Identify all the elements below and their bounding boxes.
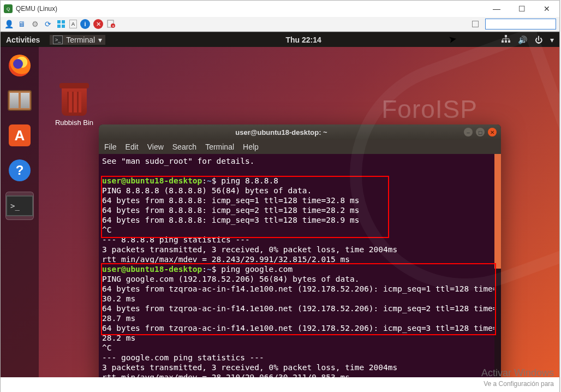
- volume-icon[interactable]: 🔊: [518, 35, 527, 44]
- svg-text:Q: Q: [7, 7, 10, 11]
- terminal-title: user@ubuntu18-desktop: ~: [99, 128, 464, 136]
- app-menu-label: Terminal: [66, 35, 95, 44]
- terminal-window: user@ubuntu18-desktop: ~ – ◻ ✕ File Edit…: [99, 124, 501, 377]
- foroisp-watermark: ForoISP: [381, 94, 478, 124]
- minimize-button[interactable]: —: [484, 1, 509, 17]
- svg-rect-12: [508, 40, 510, 43]
- firefox-icon: [9, 55, 31, 76]
- windows-activation-watermark: Activar Windows Ve a Configuración para: [481, 367, 554, 389]
- terminal-menubar: File Edit View Search Terminal Help: [99, 140, 501, 154]
- terminal-output: See "man sudo_root" for details. user@ub…: [102, 156, 498, 377]
- svg-rect-9: [505, 35, 507, 37]
- refresh-icon[interactable]: ⟳: [43, 19, 53, 29]
- dock-firefox[interactable]: [6, 52, 33, 79]
- qemu-app-icon: Q: [4, 4, 13, 13]
- info-icon[interactable]: i: [80, 19, 90, 29]
- menu-view[interactable]: View: [147, 142, 164, 151]
- files-icon: [8, 90, 32, 111]
- terminal-icon: >_: [6, 195, 33, 216]
- terminal-maximize-button[interactable]: ◻: [476, 128, 485, 136]
- help-icon: ?: [9, 159, 31, 181]
- svg-rect-4: [57, 25, 61, 28]
- qemu-outer-window: Q QEMU (Linux) — ☐ ✕ 👤 🖥 ⚙ ⟳ A i ✕ ✕ For…: [0, 0, 560, 392]
- menu-terminal[interactable]: Terminal: [205, 142, 234, 151]
- stop-icon[interactable]: ✕: [93, 19, 103, 29]
- menu-help[interactable]: Help: [243, 142, 259, 151]
- svg-rect-5: [62, 25, 65, 28]
- power-icon[interactable]: ⏻: [535, 35, 542, 44]
- terminal-close-button[interactable]: ✕: [488, 128, 497, 136]
- chevron-down-icon: ▾: [98, 35, 102, 44]
- close-button[interactable]: ✕: [534, 1, 559, 17]
- svg-text:✕: ✕: [112, 25, 115, 28]
- dock-help[interactable]: ?: [6, 157, 33, 184]
- svg-rect-10: [502, 40, 504, 43]
- maximize-button[interactable]: ☐: [509, 1, 534, 17]
- dock-terminal[interactable]: >_: [5, 192, 34, 220]
- ubuntu-vm-screen: ForoISP Activities >_ Terminal ▾ Thu 22:…: [1, 32, 559, 377]
- svg-rect-2: [57, 20, 61, 23]
- terminal-body[interactable]: See "man sudo_root" for details. user@ub…: [99, 154, 501, 377]
- gnome-top-panel: Activities >_ Terminal ▾ Thu 22:14 🔊 ⏻ ▾: [1, 32, 559, 47]
- app-menu-terminal[interactable]: >_ Terminal ▾: [50, 35, 105, 45]
- menu-search[interactable]: Search: [172, 142, 196, 151]
- chevron-down-icon[interactable]: ▾: [550, 35, 554, 44]
- qemu-input-box[interactable]: [485, 19, 556, 29]
- desktop-trash[interactable]: Rubbish Bin: [52, 86, 96, 127]
- software-center-icon: A: [9, 124, 31, 146]
- trash-icon: [62, 86, 87, 116]
- status-square-icon: [472, 21, 479, 27]
- user-icon[interactable]: 👤: [4, 19, 14, 29]
- qemu-toolbar: 👤 🖥 ⚙ ⟳ A i ✕ ✕: [1, 17, 559, 32]
- svg-rect-3: [62, 20, 65, 23]
- copy-error-icon[interactable]: ✕: [106, 19, 116, 29]
- network-icon[interactable]: [502, 35, 510, 44]
- svg-rect-11: [505, 40, 507, 43]
- menu-edit[interactable]: Edit: [126, 142, 139, 151]
- terminal-titlebar[interactable]: user@ubuntu18-desktop: ~ – ◻ ✕: [99, 124, 501, 140]
- activities-button[interactable]: Activities: [6, 35, 40, 44]
- window-title: QEMU (Linux): [16, 5, 484, 13]
- windows-icon[interactable]: [56, 19, 66, 29]
- windows-titlebar[interactable]: Q QEMU (Linux) — ☐ ✕: [1, 1, 559, 17]
- scrollbar-track[interactable]: [494, 154, 501, 377]
- terminal-icon: >_: [53, 35, 63, 44]
- ubuntu-dock: A ? >_: [1, 46, 39, 377]
- monitor-icon[interactable]: 🖥: [17, 19, 27, 29]
- status-area[interactable]: 🔊 ⏻ ▾: [502, 35, 554, 44]
- gear-icon[interactable]: ⚙: [30, 19, 40, 29]
- clock[interactable]: Thu 22:14: [105, 35, 502, 44]
- menu-file[interactable]: File: [104, 142, 117, 151]
- dock-software[interactable]: A: [6, 122, 33, 149]
- document-icon[interactable]: A: [69, 20, 77, 28]
- scrollbar-thumb[interactable]: [494, 154, 501, 269]
- dock-files[interactable]: [6, 87, 33, 114]
- terminal-minimize-button[interactable]: –: [464, 128, 473, 136]
- trash-label: Rubbish Bin: [52, 118, 96, 127]
